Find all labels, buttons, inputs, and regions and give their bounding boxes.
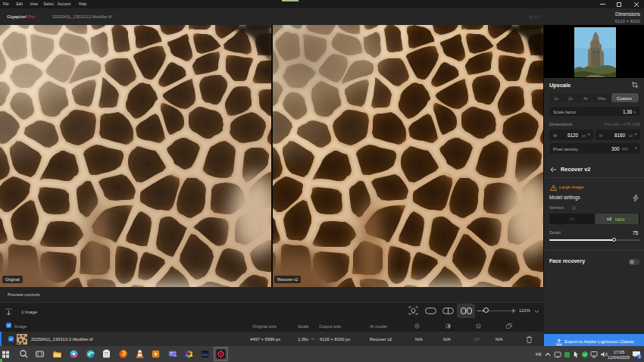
svg-text:T: T [170, 351, 173, 356]
svg-text:Lrc: Lrc [202, 352, 208, 357]
